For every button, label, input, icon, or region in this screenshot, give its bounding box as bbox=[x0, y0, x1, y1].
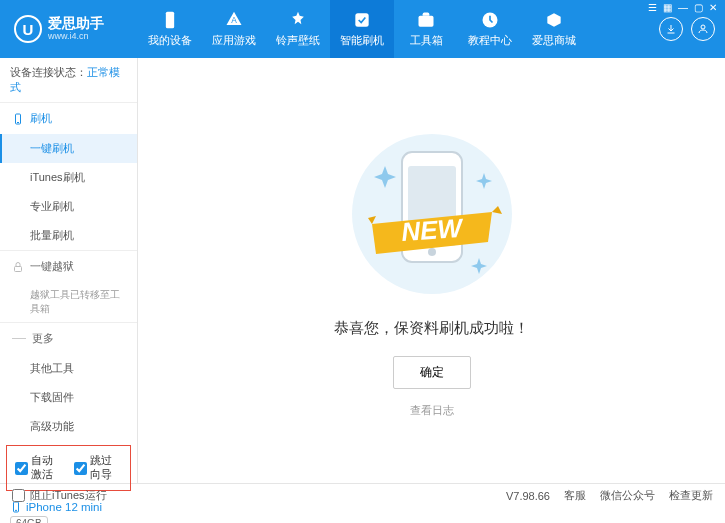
download-button[interactable] bbox=[659, 17, 683, 41]
app-url: www.i4.cn bbox=[48, 31, 104, 42]
nav-label: 铃声壁纸 bbox=[276, 33, 320, 48]
nav-label: 教程中心 bbox=[468, 33, 512, 48]
sidebar-more-item-2[interactable]: 高级功能 bbox=[0, 412, 137, 441]
main-content: NEW 恭喜您，保资料刷机成功啦！ 确定 查看日志 bbox=[138, 58, 725, 483]
nav-icon-4 bbox=[416, 10, 436, 30]
more-icon bbox=[12, 338, 26, 339]
service-link[interactable]: 客服 bbox=[564, 488, 586, 503]
sidebar-flash-item-2[interactable]: 专业刷机 bbox=[0, 192, 137, 221]
nav-4[interactable]: 工具箱 bbox=[394, 0, 458, 58]
block-itunes-label: 阻止iTunes运行 bbox=[30, 488, 107, 503]
maximize-icon[interactable]: ▢ bbox=[694, 2, 703, 13]
phone-icon bbox=[12, 113, 24, 125]
sidebar-flash-item-3[interactable]: 批量刷机 bbox=[0, 221, 137, 250]
more-title: 更多 bbox=[32, 331, 54, 346]
success-illustration: NEW bbox=[332, 124, 532, 304]
svg-rect-9 bbox=[15, 266, 22, 271]
svg-text:NEW: NEW bbox=[400, 212, 465, 246]
svg-point-11 bbox=[16, 510, 17, 511]
device-storage: 64GB bbox=[10, 516, 48, 523]
menu-icon[interactable]: ☰ bbox=[648, 2, 657, 13]
lock-icon bbox=[12, 261, 24, 273]
nav-3[interactable]: 智能刷机 bbox=[330, 0, 394, 58]
nav-1[interactable]: A应用游戏 bbox=[202, 0, 266, 58]
view-log-link[interactable]: 查看日志 bbox=[410, 403, 454, 418]
wechat-link[interactable]: 微信公众号 bbox=[600, 488, 655, 503]
nav-2[interactable]: 铃声壁纸 bbox=[266, 0, 330, 58]
ok-button[interactable]: 确定 bbox=[393, 356, 471, 389]
sidebar: 设备连接状态：正常模式 刷机 一键刷机iTunes刷机专业刷机批量刷机 一键越狱… bbox=[0, 58, 138, 483]
nav-label: 我的设备 bbox=[148, 33, 192, 48]
nav-6[interactable]: 爱思商城 bbox=[522, 0, 586, 58]
skin-icon[interactable]: ▦ bbox=[663, 2, 672, 13]
svg-text:A: A bbox=[231, 15, 237, 25]
version-label: V7.98.66 bbox=[506, 490, 550, 502]
options-highlighted: 自动激活 跳过向导 bbox=[6, 445, 131, 491]
sidebar-more-item-1[interactable]: 下载固件 bbox=[0, 383, 137, 412]
sidebar-more-item-0[interactable]: 其他工具 bbox=[0, 354, 137, 383]
nav-0[interactable]: 我的设备 bbox=[138, 0, 202, 58]
more-section-header[interactable]: 更多 bbox=[0, 323, 137, 354]
logo-icon: U bbox=[14, 15, 42, 43]
nav-icon-6 bbox=[544, 10, 564, 30]
nav-icon-2 bbox=[288, 10, 308, 30]
flash-title: 刷机 bbox=[30, 111, 52, 126]
nav-icon-0 bbox=[160, 10, 180, 30]
svg-rect-3 bbox=[355, 13, 368, 26]
user-button[interactable] bbox=[691, 17, 715, 41]
nav-label: 爱思商城 bbox=[532, 33, 576, 48]
svg-point-1 bbox=[169, 25, 171, 27]
flash-section-header[interactable]: 刷机 bbox=[0, 103, 137, 134]
minimize-icon[interactable]: — bbox=[678, 2, 688, 13]
update-link[interactable]: 检查更新 bbox=[669, 488, 713, 503]
nav-label: 智能刷机 bbox=[340, 33, 384, 48]
jailbreak-section-header[interactable]: 一键越狱 bbox=[0, 251, 137, 282]
nav-5[interactable]: 教程中心 bbox=[458, 0, 522, 58]
nav-label: 工具箱 bbox=[410, 33, 443, 48]
jailbreak-title: 一键越狱 bbox=[30, 259, 74, 274]
nav-icon-3 bbox=[352, 10, 372, 30]
success-message: 恭喜您，保资料刷机成功啦！ bbox=[334, 319, 529, 338]
block-itunes-checkbox[interactable]: 阻止iTunes运行 bbox=[12, 488, 107, 503]
nav-icon-5 bbox=[480, 10, 500, 30]
svg-point-6 bbox=[701, 25, 705, 29]
skip-wizard-checkbox[interactable]: 跳过向导 bbox=[74, 454, 123, 482]
sidebar-flash-item-0[interactable]: 一键刷机 bbox=[0, 134, 137, 163]
close-icon[interactable]: ✕ bbox=[709, 2, 717, 13]
app-title: 爱思助手 bbox=[48, 16, 104, 31]
skip-wizard-label: 跳过向导 bbox=[90, 454, 123, 482]
logo: U 爱思助手 www.i4.cn bbox=[0, 15, 138, 43]
jailbreak-note: 越狱工具已转移至工具箱 bbox=[0, 282, 137, 322]
auto-activate-label: 自动激活 bbox=[31, 454, 64, 482]
auto-activate-checkbox[interactable]: 自动激活 bbox=[15, 454, 64, 482]
sidebar-flash-item-1[interactable]: iTunes刷机 bbox=[0, 163, 137, 192]
nav-icon-1: A bbox=[224, 10, 244, 30]
status-label: 设备连接状态： bbox=[10, 66, 87, 78]
connection-status: 设备连接状态：正常模式 bbox=[0, 58, 137, 103]
svg-rect-4 bbox=[419, 16, 434, 27]
svg-point-15 bbox=[428, 248, 436, 256]
nav-label: 应用游戏 bbox=[212, 33, 256, 48]
header: U 爱思助手 www.i4.cn 我的设备A应用游戏铃声壁纸智能刷机工具箱教程中… bbox=[0, 0, 725, 58]
